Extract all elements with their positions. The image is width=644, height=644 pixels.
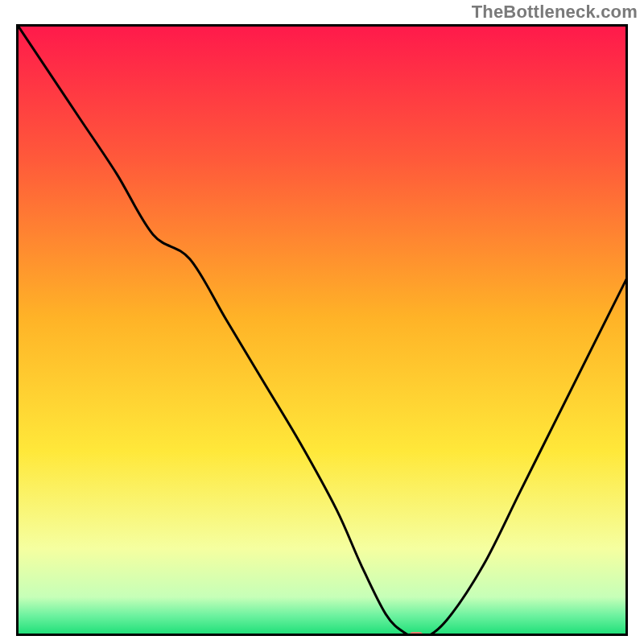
plot-frame (16, 24, 628, 636)
chart-container: TheBottleneck.com (0, 0, 644, 644)
curve-svg (19, 27, 628, 636)
watermark-text: TheBottleneck.com (472, 2, 638, 23)
bottleneck-curve (19, 27, 628, 636)
plot-area (16, 24, 628, 636)
optimum-marker (409, 632, 423, 636)
